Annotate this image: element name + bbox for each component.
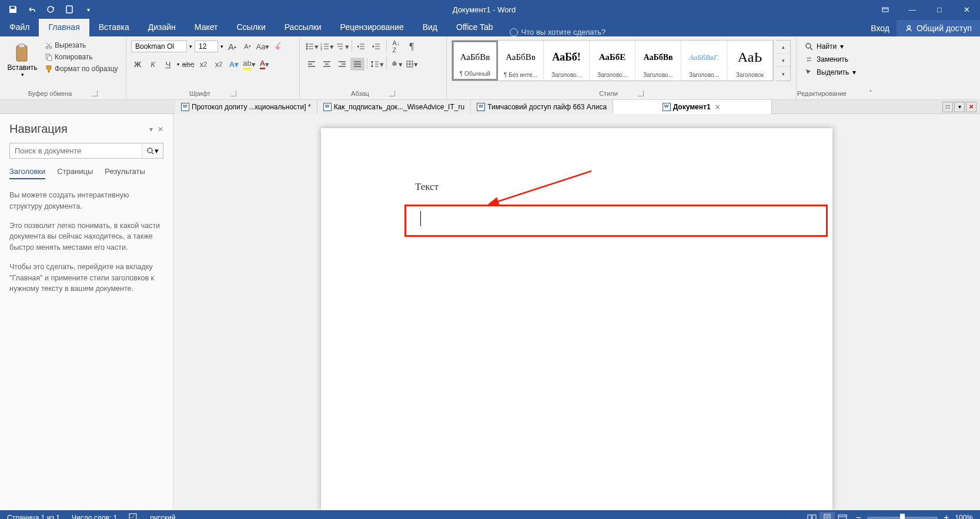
- undo-icon[interactable]: [24, 1, 40, 18]
- highlight-icon[interactable]: ab▾: [243, 58, 256, 71]
- font-dialog-launcher[interactable]: [230, 91, 236, 96]
- nav-tab-headings[interactable]: Заголовки: [9, 167, 45, 179]
- doc-tab-2[interactable]: Тимчасовий доступ лайф 663 Алиса: [471, 100, 613, 114]
- zoom-thumb[interactable]: [900, 514, 905, 520]
- tab-review[interactable]: Рецензирование: [331, 19, 413, 36]
- text-effects-icon[interactable]: A▾: [228, 58, 240, 71]
- bold-button[interactable]: Ж: [131, 58, 144, 71]
- tab-office-tab[interactable]: Office Tab: [447, 19, 503, 36]
- read-mode-icon[interactable]: [804, 512, 820, 520]
- clipboard-dialog-launcher[interactable]: [92, 91, 98, 96]
- font-color-icon[interactable]: A▾: [258, 58, 271, 71]
- italic-button[interactable]: К: [146, 58, 159, 71]
- nav-dropdown-icon[interactable]: ▾: [149, 125, 153, 133]
- doc-tab-0[interactable]: Протокол допиту ...кциональности] *: [175, 100, 317, 114]
- paragraph-dialog-launcher[interactable]: [389, 91, 395, 96]
- document-area[interactable]: Текст: [173, 114, 980, 510]
- change-case-icon[interactable]: Aa▾: [256, 40, 269, 53]
- show-marks-icon[interactable]: ¶: [404, 40, 419, 53]
- select-button[interactable]: Выделить ▾: [802, 67, 858, 78]
- align-right-icon[interactable]: [335, 58, 349, 71]
- collapse-ribbon-icon[interactable]: ˄: [869, 89, 872, 97]
- nav-tab-pages[interactable]: Страницы: [57, 167, 93, 179]
- nav-search-input[interactable]: [10, 143, 142, 158]
- copy-button[interactable]: Копировать: [42, 52, 121, 62]
- grow-font-icon[interactable]: A▴: [226, 40, 239, 53]
- styles-dialog-launcher[interactable]: [638, 91, 644, 96]
- minimize-button[interactable]: —: [899, 0, 926, 19]
- status-pages[interactable]: Страница 1 из 1: [7, 514, 60, 520]
- tab-close-icon[interactable]: ×: [713, 102, 723, 112]
- numbering-icon[interactable]: 123▾: [320, 40, 334, 53]
- cut-button[interactable]: Вырезать: [42, 40, 121, 51]
- clear-formatting-icon[interactable]: [272, 40, 285, 53]
- new-tab-icon[interactable]: □: [942, 102, 953, 112]
- font-size-dropdown-icon[interactable]: ▾: [220, 43, 223, 49]
- doc-tab-1[interactable]: Как_подписать_док..._WiseAdvice_IT_ru: [317, 100, 471, 114]
- shrink-font-icon[interactable]: A▾: [241, 40, 254, 53]
- nav-search-button[interactable]: ▾: [142, 143, 163, 158]
- tab-design[interactable]: Дизайн: [139, 19, 185, 36]
- tab-view[interactable]: Вид: [413, 19, 447, 36]
- paste-button[interactable]: Вставить▾: [5, 40, 40, 80]
- tab-file[interactable]: Файл: [0, 19, 39, 36]
- share-button[interactable]: Общий доступ: [897, 20, 980, 36]
- close-all-tabs-icon[interactable]: ✕: [966, 102, 976, 112]
- replace-button[interactable]: Заменить: [802, 54, 858, 65]
- nav-tab-results[interactable]: Результаты: [105, 167, 145, 179]
- zoom-in-icon[interactable]: +: [944, 513, 949, 520]
- shading-icon[interactable]: ▾: [389, 58, 403, 71]
- superscript-icon[interactable]: x2: [212, 58, 225, 71]
- decrease-indent-icon[interactable]: [354, 40, 369, 53]
- web-layout-icon[interactable]: [835, 512, 850, 520]
- find-button[interactable]: Найти ▾: [802, 41, 858, 52]
- align-left-icon[interactable]: [305, 58, 319, 71]
- ribbon-options-icon[interactable]: [872, 0, 899, 19]
- font-size-input[interactable]: [195, 41, 218, 52]
- style-title[interactable]: АаЬЗаголовок: [727, 41, 773, 81]
- maximize-button[interactable]: □: [926, 0, 953, 19]
- increase-indent-icon[interactable]: [370, 40, 384, 53]
- subscript-icon[interactable]: x2: [197, 58, 210, 71]
- font-name-input[interactable]: [131, 41, 187, 52]
- tab-layout[interactable]: Макет: [185, 19, 228, 36]
- zoom-slider[interactable]: [867, 517, 938, 519]
- strikethrough-icon[interactable]: abc: [182, 58, 195, 71]
- font-name-dropdown-icon[interactable]: ▾: [189, 43, 192, 49]
- tab-home[interactable]: Главная: [39, 19, 89, 36]
- sort-icon[interactable]: A↓Z: [389, 40, 403, 53]
- status-spellcheck-icon[interactable]: [129, 513, 138, 519]
- style-no-spacing[interactable]: АаБбВв¶ Без инте...: [498, 41, 544, 81]
- page[interactable]: Текст: [321, 128, 832, 510]
- nav-close-icon[interactable]: ✕: [158, 125, 163, 133]
- style-heading3[interactable]: АаБбВвЗаголово...: [636, 41, 681, 81]
- bullets-icon[interactable]: ▾: [305, 40, 319, 53]
- zoom-level[interactable]: 100%: [955, 514, 973, 520]
- tell-me-search[interactable]: Что вы хотите сделать?: [503, 28, 606, 36]
- doc-tab-3[interactable]: Документ1×: [613, 100, 772, 114]
- styles-gallery[interactable]: АаБбВв¶ Обычный АаБбВв¶ Без инте... АаБб…: [451, 40, 774, 81]
- login-button[interactable]: Вход: [864, 20, 897, 36]
- align-center-icon[interactable]: [320, 58, 334, 71]
- zoom-out-icon[interactable]: −: [856, 513, 861, 520]
- line-spacing-icon[interactable]: ▾: [370, 58, 384, 71]
- document-text-line[interactable]: Текст: [415, 181, 750, 193]
- tab-mailings[interactable]: Рассылки: [275, 19, 331, 36]
- underline-dropdown-icon[interactable]: ▾: [177, 62, 179, 67]
- qat-dropdown-icon[interactable]: ▾: [80, 1, 96, 18]
- multilevel-list-icon[interactable]: ▾: [335, 40, 349, 53]
- tab-references[interactable]: Ссылки: [227, 19, 275, 36]
- print-layout-icon[interactable]: [820, 512, 835, 520]
- style-heading1[interactable]: АаБб!Заголово...: [544, 41, 590, 81]
- redo-icon[interactable]: [42, 1, 59, 18]
- styles-scroll-down-icon[interactable]: ▾: [776, 54, 790, 68]
- style-heading2[interactable]: АаБбЕЗаголово...: [590, 41, 636, 81]
- status-language[interactable]: русский: [150, 514, 175, 520]
- save-icon[interactable]: [5, 1, 21, 18]
- touch-mode-icon[interactable]: [61, 1, 78, 18]
- format-painter-button[interactable]: Формат по образцу: [42, 63, 121, 74]
- style-normal[interactable]: АаБбВв¶ Обычный: [452, 41, 498, 81]
- style-heading4[interactable]: АаБбВвГ.Заголово...: [681, 41, 727, 81]
- tab-insert[interactable]: Вставка: [89, 19, 139, 36]
- underline-button[interactable]: Ч: [162, 58, 175, 71]
